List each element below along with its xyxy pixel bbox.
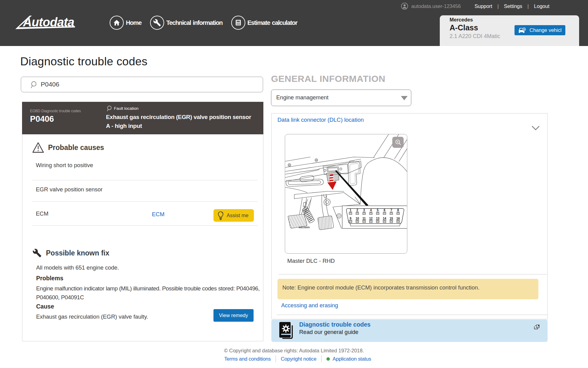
- svg-text:1: 1: [350, 209, 352, 212]
- svg-text:Autodata: Autodata: [23, 15, 74, 29]
- svg-text:14: 14: [383, 217, 386, 220]
- svg-text:6: 6: [384, 209, 386, 212]
- svg-text:4: 4: [370, 209, 372, 212]
- svg-text:5: 5: [377, 209, 379, 212]
- svg-text:11: 11: [363, 217, 366, 220]
- svg-text:AB128305: AB128305: [299, 226, 310, 229]
- svg-text:2: 2: [356, 209, 358, 212]
- svg-text:13: 13: [376, 217, 380, 220]
- svg-text:16: 16: [396, 217, 400, 220]
- svg-text:10: 10: [356, 217, 359, 220]
- svg-text:15: 15: [390, 217, 393, 220]
- svg-text:3: 3: [363, 209, 365, 212]
- svg-text:8: 8: [397, 209, 399, 212]
- svg-text:7: 7: [390, 209, 392, 212]
- svg-text:12: 12: [369, 217, 373, 220]
- svg-text:9: 9: [350, 217, 352, 220]
